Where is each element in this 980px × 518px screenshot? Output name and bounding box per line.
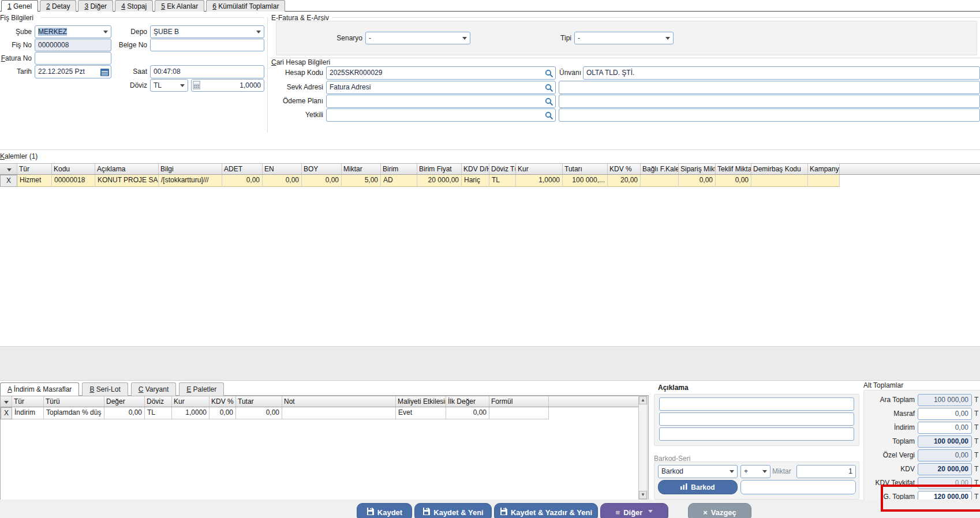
- column-options-button[interactable]: [1, 396, 12, 407]
- cell-kur[interactable]: 1,0000: [172, 407, 210, 419]
- column-options-button[interactable]: [0, 164, 17, 174]
- search-icon[interactable]: [545, 97, 553, 106]
- tab-diger[interactable]: 3 Diğer: [78, 0, 113, 12]
- sevk-adresi-detail-input[interactable]: [559, 81, 980, 94]
- indirim-col-doviz[interactable]: Döviz: [145, 396, 172, 407]
- kalemler-col-kodu[interactable]: Kodu: [52, 164, 95, 174]
- barkod-miktar-input[interactable]: 1: [796, 465, 856, 478]
- hesap-kodu-input[interactable]: 2025SKR000029: [326, 66, 556, 80]
- cell-miktar[interactable]: 5,00: [342, 175, 381, 187]
- doviz-select[interactable]: TL: [150, 79, 188, 92]
- masraf-field[interactable]: 0,00: [918, 408, 972, 420]
- tarih-input[interactable]: 22.12.2025 Pzt: [35, 65, 111, 78]
- row-marker[interactable]: X: [1, 407, 12, 419]
- indirim-col-kur[interactable]: Kur: [172, 396, 210, 407]
- cell-adet[interactable]: 0,00: [222, 175, 263, 187]
- diger-button[interactable]: ≡ Diğer: [600, 503, 668, 518]
- cell-tutari[interactable]: 100 000,...: [563, 175, 608, 187]
- kalemler-col-birim[interactable]: Birim: [381, 164, 417, 174]
- barkod-op-select[interactable]: +: [740, 465, 770, 478]
- cell-demirbas[interactable]: [751, 175, 808, 187]
- cell-ilk-deger[interactable]: 0,00: [446, 407, 489, 419]
- sube-select[interactable]: MERKEZ: [35, 25, 111, 38]
- kalemler-col-birim-fiyat[interactable]: Birim Fiyat: [417, 164, 462, 174]
- cell-birim-fiyat[interactable]: 20 000,00: [417, 175, 462, 187]
- cell-doviz[interactable]: TL: [145, 407, 172, 419]
- kaydet-yeni-button[interactable]: Kaydet & Yeni: [414, 503, 492, 518]
- tab-detay[interactable]: 2 Detay: [40, 0, 76, 12]
- tab-paletler[interactable]: E Paletler: [179, 382, 224, 396]
- kalemler-grid-body[interactable]: [0, 187, 980, 346]
- indirim-col-kdv[interactable]: KDV %: [210, 396, 236, 407]
- barkod-type-select[interactable]: Barkod: [658, 465, 738, 478]
- kalemler-col-kdv[interactable]: KDV %: [608, 164, 641, 174]
- indirim-col-maliyeti[interactable]: Maliyeti Etkilesin: [396, 396, 446, 407]
- cell-boy[interactable]: 0,00: [302, 175, 342, 187]
- cell-maliyeti[interactable]: Evet: [396, 407, 446, 419]
- cell-siparis[interactable]: 0,00: [679, 175, 716, 187]
- indirim-row[interactable]: X İndirim Toplamdan % düş 0,00 TL 1,0000…: [1, 407, 549, 419]
- cell-tur[interactable]: Hizmet: [17, 175, 52, 187]
- kalemler-col-aciklama[interactable]: Açıklama: [95, 164, 159, 174]
- depo-select[interactable]: ŞUBE B: [150, 25, 264, 38]
- kalemler-col-en[interactable]: EN: [263, 164, 302, 174]
- kalemler-col-bagli[interactable]: Bağlı F.Kaleı: [641, 164, 679, 174]
- tab-genel[interactable]: 1 Genel: [1, 0, 38, 12]
- search-icon[interactable]: [545, 111, 553, 120]
- cell-doviz[interactable]: TL: [489, 175, 516, 187]
- cell-kdv[interactable]: 0,00: [210, 407, 236, 419]
- tab-stopaj[interactable]: 4 Stopaj: [115, 0, 153, 12]
- fisno-input[interactable]: 00000008: [35, 39, 111, 51]
- kalemler-col-kampanya[interactable]: Kampanya: [808, 164, 840, 174]
- tab-seri-lot[interactable]: B Seri-Lot: [82, 382, 128, 396]
- aciklama-line-1[interactable]: [659, 397, 854, 411]
- indirim-col-ilk-deger[interactable]: İlk Değer: [446, 396, 489, 407]
- barkod-input[interactable]: [740, 480, 856, 494]
- indirim-col-not[interactable]: Not: [282, 396, 396, 407]
- tab-varyant[interactable]: C Varyant: [131, 382, 176, 396]
- aciklama-line-2[interactable]: [659, 412, 854, 426]
- kalemler-col-adet[interactable]: ADET: [222, 164, 263, 174]
- indirim-field[interactable]: 0,00: [918, 422, 972, 434]
- kalemler-col-demirbas[interactable]: Demirbaş Kodu: [751, 164, 808, 174]
- kalemler-col-boy[interactable]: BOY: [302, 164, 342, 174]
- indirim-col-formul[interactable]: Formül: [489, 396, 549, 407]
- tab-kumulatif-toplamlar[interactable]: 6 Kümülatif Toplamlar: [206, 0, 285, 12]
- kalemler-row[interactable]: X Hizmet 00000018 KONUT PROJE SA... /[st…: [0, 175, 840, 187]
- cell-tutar[interactable]: 0,00: [236, 407, 282, 419]
- kalemler-col-siparis[interactable]: Sipariş Mikt: [679, 164, 716, 174]
- scroll-up-icon[interactable]: ▲: [639, 396, 647, 404]
- tab-ek-alanlar[interactable]: 5 Ek Alanlar: [155, 0, 204, 12]
- kalemler-col-kur[interactable]: Kur: [516, 164, 563, 174]
- indirim-col-deger[interactable]: Değer: [104, 396, 145, 407]
- cell-tur[interactable]: İndirim: [12, 407, 44, 419]
- calculator-icon[interactable]: [193, 81, 200, 91]
- yetkili-input[interactable]: [326, 108, 556, 122]
- indirim-col-turu[interactable]: Türü: [44, 396, 104, 407]
- indirim-col-tutar[interactable]: Tutar: [236, 396, 282, 407]
- indirim-col-tur[interactable]: Tür: [12, 396, 44, 407]
- tab-indirim-masraflar[interactable]: A İndirim & Masraflar: [0, 382, 79, 396]
- aciklama-line-3[interactable]: [659, 427, 854, 441]
- calendar-icon[interactable]: [100, 68, 109, 77]
- cell-en[interactable]: 0,00: [263, 175, 302, 187]
- yetkili-detail-input[interactable]: [559, 108, 980, 122]
- cell-not[interactable]: [282, 407, 396, 419]
- kur-input[interactable]: 1,0000: [191, 79, 264, 92]
- kalemler-col-teklif[interactable]: Teklif Miktar: [716, 164, 751, 174]
- scroll-down-icon[interactable]: ▼: [639, 491, 647, 499]
- cell-formul[interactable]: [489, 407, 549, 419]
- kalemler-col-tur[interactable]: Tür: [17, 164, 52, 174]
- senaryo-select[interactable]: -: [365, 32, 470, 44]
- saat-input[interactable]: 00:47:08: [150, 65, 264, 78]
- odeme-plani-detail-input[interactable]: [559, 95, 980, 108]
- cell-aciklama[interactable]: KONUT PROJE SA...: [95, 175, 159, 187]
- cell-turu[interactable]: Toplamdan % düş: [44, 407, 104, 419]
- cell-deger[interactable]: 0,00: [104, 407, 145, 419]
- cell-birim[interactable]: AD: [381, 175, 417, 187]
- kaydet-yazdir-yeni-button[interactable]: Kaydet & Yazdır & Yeni: [494, 503, 598, 518]
- kalemler-col-bilgi[interactable]: Bilgi: [159, 164, 222, 174]
- kalemler-col-doviz-turu[interactable]: Döviz Tü: [489, 164, 516, 174]
- search-icon[interactable]: [545, 69, 553, 78]
- belgeno-input[interactable]: [150, 39, 264, 51]
